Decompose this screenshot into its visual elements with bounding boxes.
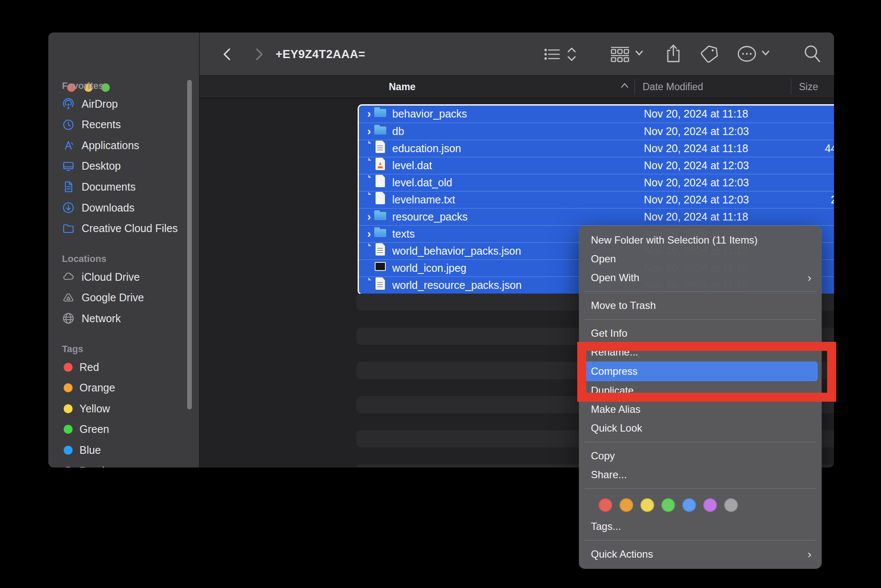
table-row[interactable]: › db Nov 20, 2024 at 12:03 -- Folder	[359, 123, 834, 140]
menu-tag-color-dot[interactable]	[724, 498, 738, 512]
menu-separator	[585, 442, 816, 442]
sidebar-item-icloud-drive[interactable]: iCloud Drive	[57, 267, 189, 287]
view-chevrons-icon[interactable]	[566, 46, 577, 62]
sort-ascending-icon[interactable]	[620, 82, 629, 90]
sidebar-item-label: AirDrop	[82, 98, 118, 110]
list-view-icon[interactable]	[544, 46, 561, 62]
sidebar-item-google-drive[interactable]: Google Drive	[57, 288, 189, 308]
group-chevron-icon[interactable]	[634, 50, 644, 56]
submenu-chevron-icon: ›	[808, 545, 811, 564]
menu-item-move-to-trash[interactable]: Move to Trash	[579, 296, 822, 315]
sidebar-item-downloads[interactable]: Downloads	[57, 197, 189, 218]
folder-icon	[373, 123, 387, 137]
sidebar-item-yellow[interactable]: Yellow	[57, 398, 189, 419]
disclosure-chevron-icon[interactable]: ›	[364, 226, 374, 242]
menu-item-copy[interactable]: Copy	[579, 447, 822, 465]
menu-separator	[585, 488, 816, 489]
column-divider[interactable]	[634, 79, 635, 94]
folder-icon	[373, 209, 387, 222]
sidebar-item-applications[interactable]: Applications	[57, 135, 189, 156]
annotation-rectangle	[577, 342, 836, 402]
sidebar-item-label: iCloud Drive	[82, 271, 140, 283]
menu-tag-color-dot[interactable]	[599, 498, 612, 512]
search-icon[interactable]	[803, 44, 822, 64]
sidebar-item-orange[interactable]: Orange	[57, 378, 189, 398]
document-text-icon	[373, 277, 387, 291]
share-icon[interactable]	[665, 44, 681, 64]
window-title: +EY9Z4T2AAA=	[276, 48, 365, 61]
menu-item-open-with[interactable]: Open With›	[579, 268, 822, 287]
column-header-name[interactable]: Name	[389, 76, 416, 98]
group-by-icon[interactable]	[611, 46, 629, 63]
network-icon	[62, 312, 75, 325]
menu-item-quick-actions[interactable]: Quick Actions›	[579, 545, 822, 564]
sidebar-item-label: Yellow	[79, 403, 110, 415]
column-header-size[interactable]: Size	[799, 76, 818, 98]
folder-outline-icon	[62, 222, 75, 235]
sidebar-item-recents[interactable]: Recents	[57, 115, 189, 135]
column-header-date[interactable]: Date Modified	[643, 76, 703, 98]
menu-item-open[interactable]: Open	[579, 250, 822, 268]
file-name: level.dat_old	[392, 174, 452, 191]
table-row[interactable]: › resource_packs Nov 20, 2024 at 11:18 -…	[359, 208, 834, 225]
submenu-chevron-icon: ›	[808, 268, 811, 287]
documents-icon	[62, 180, 75, 193]
sidebar-item-label: Documents	[82, 181, 135, 193]
sidebar-item-network[interactable]: Network	[57, 308, 189, 329]
menu-tag-color-dot[interactable]	[620, 498, 633, 512]
sidebar-item-label: Downloads	[82, 202, 135, 214]
menu-item-share[interactable]: Share...	[579, 465, 822, 484]
more-actions-icon[interactable]	[737, 45, 757, 62]
tag-color-dot	[64, 446, 73, 455]
tag-color-dot	[64, 467, 73, 468]
sidebar-item-label: Orange	[79, 382, 115, 394]
sidebar-section-label: Tags	[62, 344, 83, 355]
table-row[interactable]: level.dat_old Nov 20, 2024 at 12:03 4 KB…	[359, 174, 834, 191]
sidebar-item-green[interactable]: Green	[57, 419, 189, 440]
file-size: 4 KB	[786, 174, 834, 191]
menu-item-get-info[interactable]: Get Info	[579, 324, 822, 343]
sidebar-item-blue[interactable]: Blue	[57, 440, 189, 460]
sidebar-item-label: Network	[82, 312, 121, 325]
table-row[interactable]: › behavior_packs Nov 20, 2024 at 11:18 -…	[359, 106, 834, 123]
sidebar-item-purple[interactable]: Purple	[57, 461, 189, 467]
menu-item-new-folder-with-selection-11-items[interactable]: New Folder with Selection (11 Items)	[579, 231, 822, 250]
menu-tag-color-dot[interactable]	[661, 498, 675, 512]
menu-item-make-alias[interactable]: Make Alias	[579, 400, 822, 419]
file-date: Nov 20, 2024 at 11:18	[644, 106, 748, 122]
downloads-icon	[62, 201, 75, 214]
document-icon	[373, 174, 387, 188]
tag-icon[interactable]	[700, 44, 719, 63]
sidebar-scrollbar[interactable]	[187, 80, 192, 409]
menu-tag-color-dot[interactable]	[703, 498, 717, 512]
sidebar-item-airdrop[interactable]: AirDrop	[57, 94, 189, 114]
disclosure-chevron-icon[interactable]: ›	[364, 209, 374, 225]
file-name: behavior_packs	[392, 106, 467, 122]
sidebar-item-creative-cloud-files[interactable]: Creative Cloud Files	[57, 218, 189, 239]
menu-tag-color-dot[interactable]	[682, 498, 696, 512]
image-file-icon	[373, 260, 387, 273]
sidebar-item-red[interactable]: Red	[57, 357, 189, 377]
icloud-icon	[62, 270, 75, 283]
column-divider[interactable]	[791, 79, 791, 94]
menu-item-tags[interactable]: Tags...	[579, 517, 822, 536]
forward-icon[interactable]	[251, 47, 266, 62]
document-text-icon	[373, 243, 387, 256]
file-date: Nov 20, 2024 at 12:03	[644, 174, 749, 191]
disclosure-chevron-icon[interactable]: ›	[364, 123, 374, 140]
file-date: Nov 20, 2024 at 11:18	[644, 209, 748, 225]
table-row[interactable]: education.json Nov 20, 2024 at 11:18 447…	[359, 140, 834, 157]
back-icon[interactable]	[220, 47, 235, 62]
sidebar-item-desktop[interactable]: Desktop	[57, 156, 189, 176]
file-name: education.json	[392, 140, 461, 157]
table-row[interactable]: levelname.txt Nov 20, 2024 at 12:03 27 b…	[359, 191, 834, 208]
file-date: Nov 20, 2024 at 11:18	[644, 140, 748, 157]
table-row[interactable]: level.dat Nov 20, 2024 at 12:03 4 KB DAT…	[359, 157, 834, 174]
disclosure-chevron-icon[interactable]: ›	[364, 106, 374, 122]
sidebar-item-documents[interactable]: Documents	[57, 176, 189, 197]
more-chevron-icon[interactable]	[761, 50, 770, 56]
menu-item-quick-look[interactable]: Quick Look	[579, 419, 822, 438]
file-name: level.dat	[392, 157, 432, 174]
sidebar-item-label: Green	[79, 423, 109, 435]
menu-tag-color-dot[interactable]	[640, 498, 654, 512]
